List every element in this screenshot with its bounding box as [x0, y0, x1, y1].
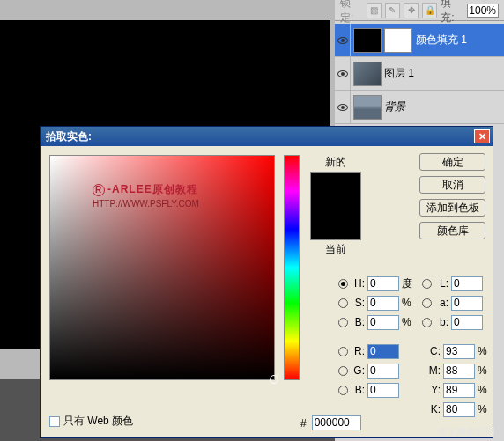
m-unit: %: [478, 364, 490, 377]
lock-label: 锁定:: [340, 0, 363, 26]
hue-slider[interactable]: [284, 155, 300, 380]
preview-box: [310, 172, 361, 240]
g-label: G:: [351, 364, 365, 377]
web-only-label: 只有 Web 颜色: [63, 414, 133, 429]
fill-value[interactable]: 100%: [467, 4, 499, 18]
h-input[interactable]: 0: [367, 276, 399, 291]
current-label: 当前: [325, 242, 346, 257]
r-input[interactable]: 0: [367, 344, 399, 359]
y-input[interactable]: 89: [443, 383, 475, 398]
l-label: L:: [434, 277, 448, 290]
web-only-checkbox[interactable]: [49, 416, 60, 427]
k-unit: %: [478, 403, 490, 415]
dialog-buttons: 确定 取消 添加到色板 颜色库: [419, 153, 485, 239]
layer-name[interactable]: 背景: [384, 99, 504, 114]
g-input[interactable]: 0: [367, 364, 399, 379]
add-swatch-button[interactable]: 添加到色板: [419, 199, 485, 217]
c-label: C:: [428, 345, 441, 357]
visibility-icon[interactable]: [337, 70, 348, 77]
c-input[interactable]: 93: [443, 344, 475, 359]
layer-name[interactable]: 图层 1: [384, 66, 504, 81]
watermark-bottom: 查字典教程网: [437, 425, 495, 438]
m-input[interactable]: 88: [443, 364, 475, 379]
h-unit: 度: [402, 276, 414, 291]
lab-fields: L: 0 a: 0 b: 0: [422, 274, 483, 332]
lock-transparent-icon[interactable]: ▧: [367, 3, 382, 18]
fill-label: 填充:: [441, 0, 463, 26]
bc-input[interactable]: 0: [367, 383, 399, 398]
s-input[interactable]: 0: [367, 296, 399, 311]
layer-mask[interactable]: [384, 28, 412, 53]
layer-thumb[interactable]: [353, 28, 382, 53]
bc-radio[interactable]: [338, 386, 348, 395]
y-unit: %: [478, 384, 490, 396]
k-label: K:: [428, 403, 441, 415]
b2-input[interactable]: 0: [451, 315, 483, 330]
b-label: B:: [351, 316, 365, 328]
web-only-row[interactable]: 只有 Web 颜色: [49, 414, 133, 429]
picker-gradient: [50, 156, 274, 379]
picker-cursor-icon: [270, 375, 278, 384]
layers-header: 锁定: ▧ ✎ ✥ 🔒 填充: 100%: [335, 0, 504, 21]
new-color-swatch: [311, 173, 360, 206]
lock-position-icon[interactable]: ✥: [404, 3, 419, 18]
cancel-button[interactable]: 取消: [419, 176, 485, 194]
h-label: H:: [351, 277, 365, 290]
hex-label: #: [300, 417, 307, 430]
layer-thumb[interactable]: [353, 62, 382, 86]
current-color-swatch[interactable]: [311, 206, 360, 239]
g-radio[interactable]: [338, 366, 348, 376]
b2-radio[interactable]: [422, 318, 432, 327]
bc-label: B:: [351, 384, 365, 396]
s-label: S:: [351, 297, 365, 309]
visibility-icon[interactable]: [337, 104, 348, 111]
saturation-brightness-picker[interactable]: [49, 155, 275, 380]
s-unit: %: [402, 297, 414, 309]
ok-button[interactable]: 确定: [419, 153, 485, 171]
b2-label: b:: [434, 316, 448, 328]
dialog-title: 拾取实色:: [43, 129, 474, 144]
rgb-fields: R: 0 G: 0 B: 0: [338, 342, 399, 400]
cmyk-fields: C: 93 % M: 88 % Y: 89 % K: 80 %: [428, 342, 490, 419]
layers-list: 颜色填充 1 图层 1 背景: [335, 21, 504, 127]
b-radio[interactable]: [338, 318, 348, 327]
color-picker-dialog: 拾取实色: ✕ 新的 当前 确定 取消 添加到色板 颜色库 H: 0: [40, 126, 493, 438]
hex-row: # 000000: [300, 415, 361, 430]
close-button[interactable]: ✕: [474, 129, 490, 143]
hsb-fields: H: 0 度 S: 0 % B: 0 %: [338, 274, 414, 332]
s-radio[interactable]: [338, 298, 348, 308]
layer-name[interactable]: 颜色填充 1: [416, 33, 504, 48]
h-radio[interactable]: [338, 279, 348, 289]
a-label: a:: [434, 297, 448, 309]
b-unit: %: [402, 316, 414, 328]
layer-thumb[interactable]: [353, 95, 382, 120]
titlebar[interactable]: 拾取实色: ✕: [41, 127, 493, 146]
m-label: M:: [428, 364, 441, 377]
visibility-icon[interactable]: [337, 37, 348, 44]
lock-all-icon[interactable]: 🔒: [422, 3, 437, 18]
layer-row[interactable]: 图层 1: [335, 57, 504, 91]
y-label: Y:: [428, 384, 441, 396]
l-input[interactable]: 0: [451, 276, 483, 291]
k-input[interactable]: 80: [443, 402, 475, 417]
lock-pixels-icon[interactable]: ✎: [385, 3, 400, 18]
r-label: R:: [351, 345, 365, 357]
c-unit: %: [478, 345, 490, 357]
l-radio[interactable]: [422, 279, 432, 289]
a-radio[interactable]: [422, 298, 432, 308]
color-library-button[interactable]: 颜色库: [419, 222, 485, 239]
r-radio[interactable]: [338, 347, 348, 356]
layer-row[interactable]: 背景: [335, 91, 504, 124]
new-label: 新的: [325, 155, 346, 170]
a-input[interactable]: 0: [451, 296, 483, 311]
layer-row[interactable]: 颜色填充 1: [335, 24, 504, 57]
hex-input[interactable]: 000000: [312, 415, 361, 430]
b-input[interactable]: 0: [367, 315, 399, 330]
